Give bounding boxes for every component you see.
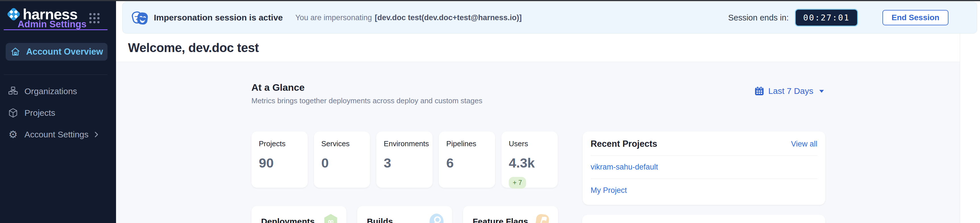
module-card-deployments[interactable]: Deployments ∞ <box>251 206 346 223</box>
metric-value: 6 <box>446 155 490 170</box>
recent-project-link[interactable]: My Project <box>591 179 817 202</box>
cd-infinity-hexagon-icon: ∞ <box>323 213 339 223</box>
chevron-right-icon <box>92 130 101 139</box>
page-title: Welcome, dev.doc test <box>128 41 259 55</box>
module-label: Feature Flags <box>473 217 528 223</box>
metric-card-services[interactable]: Services 0 <box>314 131 370 188</box>
module-card-feature-flags[interactable]: Feature Flags <box>463 206 558 223</box>
module-card-builds[interactable]: Builds <box>357 206 452 223</box>
recent-project-link[interactable]: vikram-sahu-default <box>591 156 817 179</box>
svg-text:∞: ∞ <box>327 217 334 223</box>
sidebar-item-label: Organizations <box>24 86 77 96</box>
recent-projects-title: Recent Projects <box>591 139 657 149</box>
module-label: Builds <box>367 217 393 223</box>
sidebar-accent-divider <box>4 29 108 30</box>
caret-down-icon <box>818 87 825 95</box>
admin-settings-label: Admin Settings <box>18 19 86 30</box>
app-grid-icon[interactable] <box>88 12 101 24</box>
metric-card-pipelines[interactable]: Pipelines 6 <box>439 131 495 188</box>
metric-value: 3 <box>383 155 428 170</box>
banner-title: Impersonation session is active <box>154 13 283 22</box>
banner-subtitle: You are impersonating <box>296 13 372 22</box>
end-session-button[interactable]: End Session <box>883 10 948 25</box>
session-timer: 00:27:01 <box>795 9 858 27</box>
metric-card-users[interactable]: Users 4.3k + 7 <box>501 131 558 188</box>
sidebar-item-label: Account Overview <box>26 47 103 57</box>
sidebar: harness Admin Settings Account Overview … <box>0 1 116 223</box>
notifications-panel: Notifications <box>582 215 825 223</box>
sidebar-item-account-settings[interactable]: ⚙ Account Settings <box>6 126 108 143</box>
sidebar-item-organizations[interactable]: Organizations <box>6 83 108 100</box>
right-rail <box>960 33 980 223</box>
projects-cube-icon <box>8 108 18 118</box>
sidebar-item-label: Account Settings <box>24 130 88 139</box>
metric-label: Environments <box>383 139 428 148</box>
metric-card-projects[interactable]: Projects 90 <box>251 131 308 188</box>
sidebar-item-account-overview[interactable]: Account Overview <box>6 43 108 61</box>
module-label: Deployments <box>261 217 315 223</box>
main-content: At a Glance Metrics brings together depl… <box>116 62 960 223</box>
organizations-icon <box>8 86 18 96</box>
metric-label: Services <box>321 139 365 148</box>
banner-impersonated-user: [dev.doc test(dev.doc+test@harness.io)] <box>375 13 522 22</box>
metric-label: Users <box>509 139 552 148</box>
view-all-link[interactable]: View all <box>791 140 817 148</box>
metric-label: Projects <box>259 139 302 148</box>
metric-label: Pipelines <box>446 139 490 148</box>
at-a-glance-subtitle: Metrics brings together deployments acro… <box>251 96 482 105</box>
sidebar-item-projects[interactable]: Projects <box>6 104 108 122</box>
home-icon <box>10 47 21 57</box>
welcome-band: Welcome, dev.doc test <box>116 33 960 62</box>
metric-card-environments[interactable]: Environments 3 <box>376 131 433 188</box>
metric-value: 0 <box>321 155 365 170</box>
session-ends-label: Session ends in: <box>728 13 789 22</box>
gear-icon: ⚙ <box>8 129 18 140</box>
sidebar-divider <box>4 75 108 75</box>
metric-value: 4.3k <box>509 155 552 170</box>
users-delta-badge: + 7 <box>509 177 526 189</box>
recent-projects-panel: Recent Projects View all vikram-sahu-def… <box>583 131 825 205</box>
impersonation-banner: Impersonation session is active You are … <box>122 2 977 33</box>
feature-flag-icon <box>535 213 550 223</box>
sidebar-item-label: Projects <box>24 108 55 118</box>
ci-magnifier-circle-icon <box>429 213 444 223</box>
metric-value: 90 <box>259 155 302 170</box>
at-a-glance-title: At a Glance <box>251 82 482 93</box>
date-range-label: Last 7 Days <box>768 86 813 96</box>
impersonation-masks-icon <box>130 10 149 25</box>
date-range-dropdown[interactable]: Last 7 Days <box>754 86 825 96</box>
at-a-glance-header: At a Glance Metrics brings together depl… <box>251 82 825 105</box>
calendar-icon <box>754 86 764 96</box>
